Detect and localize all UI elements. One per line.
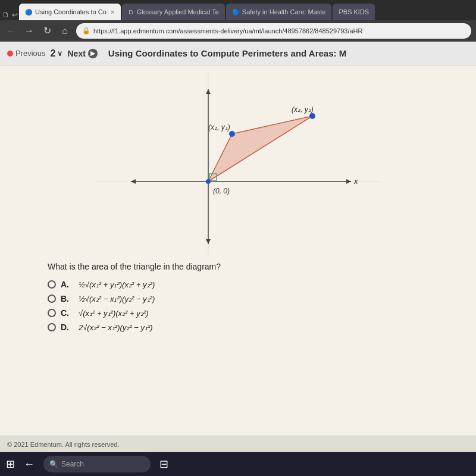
- taskbar-search[interactable]: 🔍 Search: [43, 456, 151, 472]
- lock-icon: 🔒: [82, 27, 90, 35]
- answer-option-a[interactable]: A. ½√(x₁² + y₁²)(x₂² + y₂²): [48, 280, 155, 289]
- tab-favicon-2: 🗋: [128, 9, 134, 15]
- footer-text: © 2021 Edmentum. All rights reserved.: [7, 441, 119, 448]
- answers-list: A. ½√(x₁² + y₁²)(x₂² + y₂²) B. ½√(x₂² − …: [48, 280, 155, 332]
- previous-dot: [7, 51, 13, 57]
- next-label: Next: [67, 49, 85, 58]
- tab-favicon-3: 🔵: [232, 9, 239, 15]
- answer-label-d: D.: [61, 322, 71, 332]
- back-taskbar-button[interactable]: ←: [24, 458, 35, 471]
- point1-label: (x₁, y₁): [208, 123, 230, 131]
- tab-glossary[interactable]: 🗋 Glossary Applied Medical Te: [122, 4, 225, 20]
- coordinate-graph: x: [95, 71, 381, 256]
- tab-favicon-1: 🔵: [25, 9, 32, 15]
- taskbar: ⊞ ← 🔍 Search ⊟: [0, 452, 476, 476]
- svg-rect-0: [95, 71, 381, 256]
- url-text: https://f1.app.edmentum.com/assessments-…: [93, 27, 363, 35]
- search-label: Search: [61, 460, 84, 468]
- radio-c[interactable]: [48, 309, 56, 317]
- radio-b[interactable]: [48, 295, 56, 303]
- search-icon: 🔍: [49, 460, 58, 468]
- answer-expr-b: ½√(x₂² − x₁²)(y₂² − y₁²): [79, 295, 155, 303]
- page-title: Using Coordinates to Compute Perimeters …: [108, 48, 469, 58]
- home-button[interactable]: ⌂: [58, 26, 71, 36]
- answer-option-d[interactable]: D. 2√(x₂² − x₁²)(y₂² − y₁²): [48, 322, 155, 332]
- refresh-button[interactable]: ↻: [40, 25, 54, 36]
- tab-label-4: PBS KIDS: [339, 8, 369, 15]
- answer-option-b[interactable]: B. ½√(x₂² − x₁²)(y₂² − y₁²): [48, 294, 155, 303]
- tab-label-1: Using Coordinates to Co: [35, 8, 107, 15]
- previous-label: Previous: [15, 49, 46, 58]
- question-number-display: 2 ∨: [51, 48, 63, 59]
- answer-option-c[interactable]: C. √(x₁² + y₁²)(x₂² + y₂²): [48, 308, 155, 318]
- forward-button[interactable]: →: [23, 26, 36, 36]
- answer-label-c: C.: [61, 308, 71, 318]
- taskview-button[interactable]: ⊟: [159, 458, 168, 471]
- browser-window: 🗋 ↩ 🔵 Using Coordinates to Co ✕ 🗋 Glossa…: [0, 0, 476, 452]
- next-circle-icon: ▶: [88, 49, 98, 58]
- svg-point-15: [229, 131, 235, 137]
- answer-label-a: A.: [61, 280, 71, 289]
- answer-label-b: B.: [61, 294, 71, 303]
- x-axis-label: x: [353, 177, 358, 186]
- page-footer: © 2021 Edmentum. All rights reserved.: [0, 436, 476, 452]
- back-button[interactable]: ←: [5, 26, 18, 36]
- answer-expr-c: √(x₁² + y₁²)(x₂² + y₂²): [79, 309, 148, 318]
- previous-button[interactable]: Previous: [7, 49, 46, 58]
- next-button[interactable]: Next ▶: [67, 49, 97, 58]
- url-box[interactable]: 🔒 https://f1.app.edmentum.com/assessment…: [76, 23, 471, 39]
- address-bar: ← → ↻ ⌂ 🔒 https://f1.app.edmentum.com/as…: [0, 20, 476, 42]
- svg-point-14: [206, 179, 211, 184]
- svg-point-16: [309, 113, 315, 119]
- question-number: 2: [51, 48, 56, 59]
- tab-bar: 🗋 ↩ 🔵 Using Coordinates to Co ✕ 🗋 Glossa…: [0, 0, 476, 20]
- radio-a[interactable]: [48, 280, 56, 289]
- tab-label-2: Glossary Applied Medical Te: [137, 8, 219, 15]
- content-toolbar: Previous 2 ∨ Next ▶ Using Coordinates to…: [0, 42, 476, 65]
- radio-d[interactable]: [48, 323, 56, 331]
- graph-area: x: [95, 71, 381, 256]
- question-text: What is the area of the triangle in the …: [48, 262, 221, 271]
- start-button[interactable]: ⊞: [6, 458, 15, 471]
- answer-expr-a: ½√(x₁² + y₁²)(x₂² + y₂²): [79, 280, 155, 289]
- tab-using-coordinates[interactable]: 🔵 Using Coordinates to Co ✕: [19, 4, 121, 20]
- chevron-down-icon[interactable]: ∨: [57, 49, 62, 58]
- origin-label: (0, 0): [213, 187, 230, 195]
- tab-safety[interactable]: 🔵 Safety in Health Care: Maste: [226, 4, 332, 20]
- main-content: x: [0, 65, 476, 436]
- tab-pbs[interactable]: PBS KIDS: [333, 4, 375, 20]
- tab-close-1[interactable]: ✕: [110, 9, 115, 15]
- point2-label: (x₂, y₂): [292, 105, 314, 114]
- tab-label-3: Safety in Health Care: Maste: [242, 8, 326, 15]
- answer-expr-d: 2√(x₂² − x₁²)(y₂² − y₁²): [79, 323, 153, 332]
